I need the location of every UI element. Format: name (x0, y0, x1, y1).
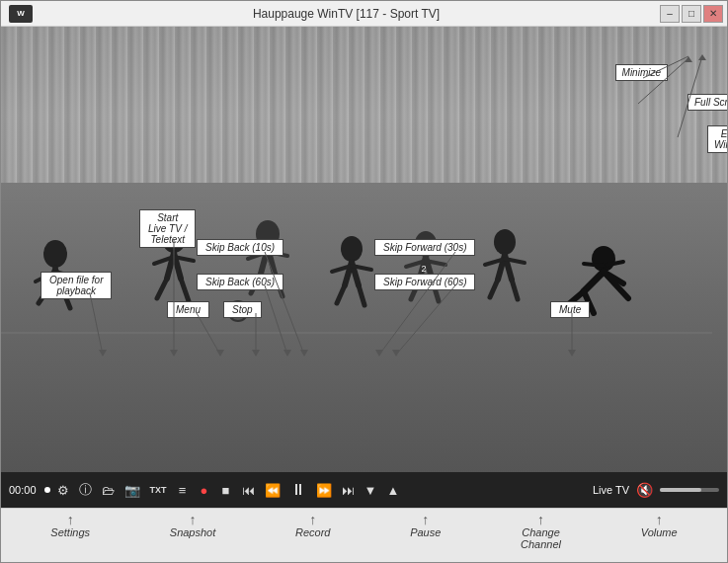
ch-up-button[interactable]: ▲ (383, 481, 402, 500)
exit-wintv-callout: ExitWinTV (707, 125, 727, 153)
snapshot-label: Snapshot (170, 526, 215, 538)
video-background: 2 (1, 27, 727, 472)
record-label: Record (295, 526, 330, 538)
window-title: Hauppauge WinTV [117 - Sport TV] (33, 7, 660, 21)
change-channel-label: ChangeChannel (521, 526, 561, 550)
video-area: 2 Minim (1, 27, 727, 472)
players-svg: 2 (1, 27, 727, 472)
volume-slider[interactable] (660, 488, 719, 492)
settings-arrow-up: ↑ (67, 513, 74, 526)
change-channel-label-item: ↑ ChangeChannel (521, 513, 561, 550)
main-window: W Hauppauge WinTV [117 - Sport TV] – □ ✕ (0, 0, 728, 563)
skip-forward-60-callout: Skip Forward (60s) (374, 274, 475, 290)
volume-fill (660, 488, 701, 492)
title-bar: W Hauppauge WinTV [117 - Sport TV] – □ ✕ (1, 1, 727, 27)
restore-button[interactable]: □ (682, 5, 701, 23)
stop-button[interactable]: ■ (217, 481, 235, 500)
svg-line-52 (584, 264, 604, 266)
snapshot-button[interactable]: 📷 (121, 481, 143, 500)
close-button[interactable]: ✕ (703, 5, 723, 23)
minimize-callout: Minimize (615, 64, 668, 81)
svg-line-41 (490, 280, 498, 297)
record-label-item: ↑ Record (295, 513, 330, 538)
pause-label-item: ↑ Pause (410, 513, 441, 538)
app-logo: W (9, 5, 33, 23)
fwd-button[interactable]: ⏩ (313, 481, 335, 500)
stop-callout: Stop (223, 301, 262, 318)
fullscreen-callout: Full Screen (688, 94, 727, 111)
start-live-callout: StartLive TV /Teletext (139, 209, 196, 248)
svg-line-42 (512, 280, 518, 299)
menu-button[interactable]: ≡ (174, 481, 192, 500)
settings-label: Settings (50, 526, 90, 538)
svg-line-46 (584, 272, 604, 291)
mute-callout: Mute (550, 301, 590, 318)
svg-line-11 (157, 279, 167, 298)
control-bar: 00:00 ⚙ ⓘ 🗁 📷 TXT ≡ ● ■ ⏮ ⏪ ⏸ ⏩ ⏭ ▼ ▲ Li… (1, 472, 727, 508)
next-button[interactable]: ⏭ (339, 481, 358, 500)
pause-arrow-up: ↑ (422, 513, 429, 526)
bottom-labels-row: ↑ Settings ↑ Snapshot ↑ Record ↑ Pause ↑… (1, 508, 727, 562)
pause-label: Pause (410, 526, 441, 538)
record-button[interactable]: ● (196, 481, 213, 500)
svg-text:2: 2 (421, 264, 426, 274)
progress-area (44, 487, 50, 493)
teletext-button[interactable]: TXT (147, 483, 170, 497)
volume-label: Volume (641, 526, 678, 538)
menu-callout: Menu (167, 301, 209, 318)
open-file-button[interactable]: 🗁 (99, 481, 118, 500)
window-controls: – □ ✕ (660, 5, 723, 23)
svg-line-26 (337, 285, 345, 303)
info-button[interactable]: ⓘ (76, 479, 95, 501)
progress-dot[interactable] (44, 487, 50, 493)
volume-arrow-up: ↑ (656, 513, 663, 526)
svg-line-12 (181, 279, 189, 301)
svg-point-23 (341, 236, 363, 262)
record-arrow-up: ↑ (309, 513, 316, 526)
snapshot-arrow-up: ↑ (190, 513, 197, 526)
minimize-callout-area: Minimize (615, 64, 668, 81)
rew-button[interactable]: ⏪ (262, 481, 283, 500)
svg-point-38 (494, 229, 516, 255)
skip-back-10-callout: Skip Back (10s) (197, 239, 283, 256)
open-file-callout: Open file forplayback (40, 272, 112, 299)
volume-label-item: ↑ Volume (641, 513, 678, 538)
svg-point-45 (592, 246, 615, 272)
settings-label-item: ↑ Settings (50, 513, 90, 538)
time-display: 00:00 (9, 484, 37, 496)
snapshot-label-item: ↑ Snapshot (170, 513, 215, 538)
prev-button[interactable]: ⏮ (239, 481, 258, 500)
skip-forward-30-callout: Skip Forward (30s) (374, 239, 475, 256)
svg-point-1 (43, 240, 67, 268)
svg-line-27 (359, 285, 364, 305)
minimize-button[interactable]: – (660, 5, 680, 23)
live-label: Live TV (593, 484, 629, 496)
skip-back-60-callout: Skip Back (60s) (197, 274, 283, 290)
ch-down-button[interactable]: ▼ (362, 481, 380, 500)
play-pause-button[interactable]: ⏸ (287, 479, 309, 501)
change-channel-arrow-up: ↑ (537, 513, 544, 526)
settings-button[interactable]: ⚙ (54, 481, 72, 500)
mute-button[interactable]: 🔇 (633, 480, 656, 500)
